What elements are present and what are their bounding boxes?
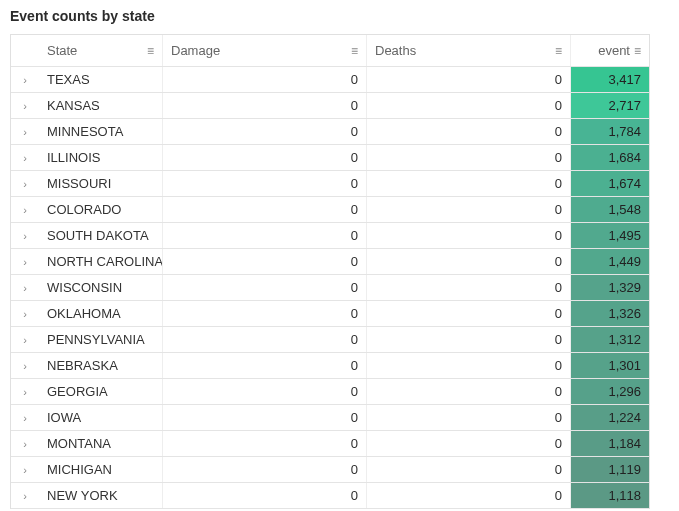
table-row[interactable]: ›SOUTH DAKOTA001,495 bbox=[11, 223, 649, 249]
cell-event: 1,326 bbox=[571, 301, 649, 326]
table-row[interactable]: ›MISSOURI001,674 bbox=[11, 171, 649, 197]
cell-deaths: 0 bbox=[367, 93, 571, 118]
chevron-right-icon: › bbox=[23, 308, 27, 320]
cell-damage: 0 bbox=[163, 93, 367, 118]
cell-deaths: 0 bbox=[367, 67, 571, 92]
cell-damage: 0 bbox=[163, 275, 367, 300]
expand-toggle[interactable]: › bbox=[11, 249, 39, 274]
cell-damage: 0 bbox=[163, 197, 367, 222]
table-row[interactable]: ›GEORGIA001,296 bbox=[11, 379, 649, 405]
cell-state: MONTANA bbox=[39, 431, 163, 456]
header-deaths[interactable]: Deaths ≡ bbox=[367, 35, 571, 66]
menu-icon[interactable]: ≡ bbox=[147, 45, 154, 57]
cell-damage: 0 bbox=[163, 379, 367, 404]
expand-toggle[interactable]: › bbox=[11, 197, 39, 222]
cell-deaths: 0 bbox=[367, 301, 571, 326]
menu-icon[interactable]: ≡ bbox=[555, 45, 562, 57]
cell-state: COLORADO bbox=[39, 197, 163, 222]
cell-deaths: 0 bbox=[367, 197, 571, 222]
chevron-right-icon: › bbox=[23, 412, 27, 424]
cell-state: IOWA bbox=[39, 405, 163, 430]
chevron-right-icon: › bbox=[23, 178, 27, 190]
cell-deaths: 0 bbox=[367, 431, 571, 456]
cell-deaths: 0 bbox=[367, 223, 571, 248]
cell-state: MINNESOTA bbox=[39, 119, 163, 144]
cell-deaths: 0 bbox=[367, 327, 571, 352]
expand-toggle[interactable]: › bbox=[11, 405, 39, 430]
header-state-label: State bbox=[47, 43, 77, 58]
cell-event: 2,717 bbox=[571, 93, 649, 118]
expand-toggle[interactable]: › bbox=[11, 145, 39, 170]
header-row: State ≡ Damage ≡ Deaths ≡ event ≡ bbox=[11, 35, 649, 67]
cell-event: 1,495 bbox=[571, 223, 649, 248]
expand-toggle[interactable]: › bbox=[11, 93, 39, 118]
table-row[interactable]: ›NORTH CAROLINA001,449 bbox=[11, 249, 649, 275]
expand-toggle[interactable]: › bbox=[11, 483, 39, 508]
table-row[interactable]: ›IOWA001,224 bbox=[11, 405, 649, 431]
table-row[interactable]: ›MICHIGAN001,119 bbox=[11, 457, 649, 483]
cell-deaths: 0 bbox=[367, 405, 571, 430]
expand-toggle[interactable]: › bbox=[11, 431, 39, 456]
cell-deaths: 0 bbox=[367, 145, 571, 170]
cell-state: TEXAS bbox=[39, 67, 163, 92]
header-state[interactable]: State ≡ bbox=[39, 35, 163, 66]
cell-event: 1,301 bbox=[571, 353, 649, 378]
cell-damage: 0 bbox=[163, 431, 367, 456]
cell-deaths: 0 bbox=[367, 249, 571, 274]
expand-toggle[interactable]: › bbox=[11, 223, 39, 248]
header-damage[interactable]: Damage ≡ bbox=[163, 35, 367, 66]
expand-toggle[interactable]: › bbox=[11, 457, 39, 482]
cell-state: SOUTH DAKOTA bbox=[39, 223, 163, 248]
table-row[interactable]: ›NEBRASKA001,301 bbox=[11, 353, 649, 379]
cell-deaths: 0 bbox=[367, 379, 571, 404]
table-row[interactable]: ›TEXAS003,417 bbox=[11, 67, 649, 93]
expand-toggle[interactable]: › bbox=[11, 379, 39, 404]
header-event[interactable]: event ≡ bbox=[571, 35, 649, 66]
cell-event: 1,118 bbox=[571, 483, 649, 508]
chevron-right-icon: › bbox=[23, 230, 27, 242]
table-row[interactable]: ›OKLAHOMA001,326 bbox=[11, 301, 649, 327]
cell-state: ILLINOIS bbox=[39, 145, 163, 170]
table-row[interactable]: ›KANSAS002,717 bbox=[11, 93, 649, 119]
chevron-right-icon: › bbox=[23, 464, 27, 476]
cell-event: 1,674 bbox=[571, 171, 649, 196]
cell-damage: 0 bbox=[163, 249, 367, 274]
cell-damage: 0 bbox=[163, 483, 367, 508]
cell-state: NEBRASKA bbox=[39, 353, 163, 378]
chevron-right-icon: › bbox=[23, 334, 27, 346]
table-row[interactable]: ›MONTANA001,184 bbox=[11, 431, 649, 457]
data-grid: State ≡ Damage ≡ Deaths ≡ event ≡ ›TEXAS… bbox=[10, 34, 650, 509]
menu-icon[interactable]: ≡ bbox=[634, 45, 641, 57]
cell-state: PENNSYLVANIA bbox=[39, 327, 163, 352]
expand-toggle[interactable]: › bbox=[11, 327, 39, 352]
chevron-right-icon: › bbox=[23, 100, 27, 112]
chevron-right-icon: › bbox=[23, 256, 27, 268]
table-row[interactable]: ›NEW YORK001,118 bbox=[11, 483, 649, 509]
expand-toggle[interactable]: › bbox=[11, 275, 39, 300]
cell-damage: 0 bbox=[163, 405, 367, 430]
expand-toggle[interactable]: › bbox=[11, 301, 39, 326]
expand-toggle[interactable]: › bbox=[11, 67, 39, 92]
cell-deaths: 0 bbox=[367, 119, 571, 144]
chevron-right-icon: › bbox=[23, 490, 27, 502]
cell-event: 1,184 bbox=[571, 431, 649, 456]
cell-damage: 0 bbox=[163, 223, 367, 248]
cell-state: MISSOURI bbox=[39, 171, 163, 196]
cell-damage: 0 bbox=[163, 327, 367, 352]
table-row[interactable]: ›MINNESOTA001,784 bbox=[11, 119, 649, 145]
table-row[interactable]: ›PENNSYLVANIA001,312 bbox=[11, 327, 649, 353]
menu-icon[interactable]: ≡ bbox=[351, 45, 358, 57]
expand-toggle[interactable]: › bbox=[11, 119, 39, 144]
cell-event: 1,329 bbox=[571, 275, 649, 300]
chevron-right-icon: › bbox=[23, 438, 27, 450]
expand-toggle[interactable]: › bbox=[11, 353, 39, 378]
chevron-right-icon: › bbox=[23, 386, 27, 398]
table-row[interactable]: ›ILLINOIS001,684 bbox=[11, 145, 649, 171]
expand-toggle[interactable]: › bbox=[11, 171, 39, 196]
table-row[interactable]: ›COLORADO001,548 bbox=[11, 197, 649, 223]
table-row[interactable]: ›WISCONSIN001,329 bbox=[11, 275, 649, 301]
header-event-label: event bbox=[598, 43, 634, 58]
cell-event: 1,119 bbox=[571, 457, 649, 482]
cell-event: 1,784 bbox=[571, 119, 649, 144]
expand-header bbox=[11, 35, 39, 66]
